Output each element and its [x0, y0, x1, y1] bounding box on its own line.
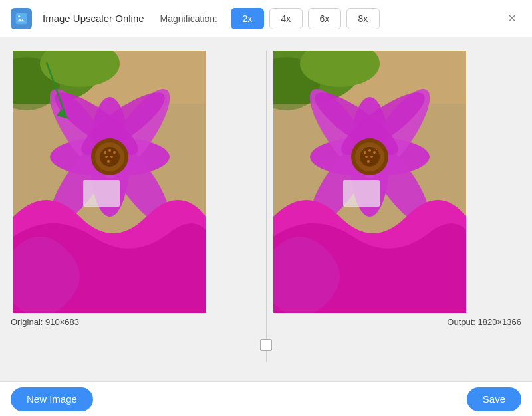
- app-header: Image Upscaler Online Magnification: 2x …: [0, 0, 532, 37]
- mag-4x-button[interactable]: 4x: [269, 8, 303, 29]
- svg-point-20: [104, 151, 106, 154]
- svg-point-48: [367, 160, 370, 163]
- svg-point-25: [107, 160, 110, 163]
- magnification-label: Magnification:: [160, 13, 217, 24]
- footer: New Image Save: [0, 381, 532, 416]
- original-image: [13, 51, 206, 313]
- svg-rect-49: [343, 180, 380, 207]
- close-button[interactable]: ×: [503, 9, 521, 28]
- svg-point-21: [108, 149, 111, 152]
- mag-6x-button[interactable]: 6x: [308, 8, 341, 29]
- svg-point-24: [110, 156, 113, 158]
- svg-rect-26: [83, 180, 120, 207]
- original-panel: Original: 910×683: [0, 37, 266, 381]
- save-button[interactable]: Save: [467, 387, 521, 411]
- app-icon-svg: [15, 12, 28, 25]
- svg-point-47: [370, 156, 373, 158]
- svg-point-44: [368, 149, 371, 152]
- svg-point-23: [105, 156, 108, 158]
- output-label: Output: 1820×1366: [267, 313, 533, 332]
- svg-point-45: [373, 151, 376, 154]
- new-image-button[interactable]: New Image: [11, 387, 93, 411]
- mag-2x-button[interactable]: 2x: [231, 8, 264, 29]
- svg-point-43: [364, 151, 366, 154]
- mag-8x-button[interactable]: 8x: [346, 8, 380, 29]
- svg-rect-0: [16, 13, 27, 24]
- app-icon: [11, 8, 32, 29]
- svg-point-22: [113, 151, 116, 154]
- output-panel: Output: 1820×1366: [267, 37, 533, 381]
- output-image: [273, 51, 466, 313]
- original-image-container: [13, 51, 206, 313]
- svg-point-46: [365, 156, 368, 158]
- output-image-container: [273, 51, 466, 313]
- app-title: Image Upscaler Online: [43, 13, 144, 24]
- main-area: Original: 910×683: [0, 37, 532, 381]
- sync-icon[interactable]: [260, 339, 272, 351]
- magnification-buttons: 2x 4x 6x 8x: [231, 8, 380, 29]
- svg-point-1: [18, 15, 20, 17]
- original-label: Original: 910×683: [0, 313, 266, 332]
